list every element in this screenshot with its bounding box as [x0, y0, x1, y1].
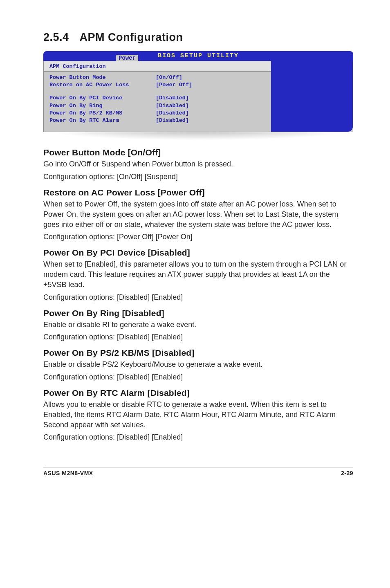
bios-body: APM Configuration Power Button Mode [On/… — [43, 61, 353, 132]
section-number: 2.5.4 — [43, 31, 69, 44]
bios-row-value: [Disabled] — [156, 117, 189, 124]
bios-row: Restore on AC Power Loss [Power Off] — [49, 81, 265, 89]
bios-row-label: Power On By RTC Alarm — [49, 117, 156, 124]
bios-shadow — [46, 132, 351, 140]
item-desc: Allows you to enable or disable RTC to g… — [43, 399, 353, 430]
bios-right-panel — [271, 61, 353, 132]
spacer — [49, 89, 265, 94]
bios-row-label: Power Button Mode — [49, 74, 156, 81]
item-options: Configuration options: [Disabled] [Enabl… — [43, 292, 353, 303]
item-options: Configuration options: [On/Off] [Suspend… — [43, 172, 353, 182]
item-desc: When set to [Enabled], this parameter al… — [43, 259, 353, 290]
bios-row-label: Power On By PS/2 KB/MS — [49, 110, 156, 117]
item-options: Configuration options: [Disabled] [Enabl… — [43, 372, 353, 382]
bios-row-value: [Disabled] — [156, 110, 189, 117]
item-options: Configuration options: [Disabled] [Enabl… — [43, 332, 353, 342]
item-desc: When set to Power Off, the system goes i… — [43, 199, 353, 229]
section-heading: 2.5.4 APM Configuration — [43, 31, 353, 44]
page: 2.5.4 APM Configuration BIOS SETUP UTILI… — [0, 0, 390, 489]
page-footer: ASUS M2N8-VMX 2-29 — [43, 467, 353, 476]
item-heading-ring: Power On By Ring [Disabled] — [43, 308, 353, 318]
bios-row-value: [Disabled] — [156, 102, 189, 110]
bios-tab-power: Power — [116, 55, 138, 61]
bios-title: BIOS SETUP UTILITY — [158, 52, 239, 59]
bios-row-label: Power On By Ring — [49, 102, 156, 110]
bios-row: Power Button Mode [On/Off] — [49, 74, 265, 81]
item-desc: Go into On/Off or Suspend when Power but… — [43, 159, 353, 169]
bios-row-label: Restore on AC Power Loss — [49, 81, 156, 89]
bios-row: Power On By PS/2 KB/MS [Disabled] — [49, 110, 265, 117]
item-heading-power-button-mode: Power Button Mode [On/Off] — [43, 148, 353, 157]
bios-row-value: [Power Off] — [156, 81, 192, 89]
bios-row-label: Power On By PCI Device — [49, 94, 156, 102]
bios-header: BIOS SETUP UTILITY Power — [43, 51, 353, 61]
bios-screenshot: BIOS SETUP UTILITY Power APM Configurati… — [43, 51, 353, 140]
footer-right: 2-29 — [341, 470, 353, 476]
bios-row-value: [On/Off] — [156, 74, 182, 81]
item-options: Configuration options: [Power Off] [Powe… — [43, 232, 353, 242]
bios-rows: Power Button Mode [On/Off] Restore on AC… — [44, 72, 271, 132]
footer-left: ASUS M2N8-VMX — [43, 470, 93, 476]
item-desc: Enable or disable RI to generate a wake … — [43, 320, 353, 330]
item-heading-restore-ac: Restore on AC Power Loss [Power Off] — [43, 188, 353, 197]
bios-row: Power On By Ring [Disabled] — [49, 102, 265, 110]
bios-section-title: APM Configuration — [44, 61, 271, 72]
bios-row: Power On By PCI Device [Disabled] — [49, 94, 265, 102]
item-heading-pci: Power On By PCI Device [Disabled] — [43, 248, 353, 258]
bios-row-value: [Disabled] — [156, 94, 189, 102]
item-options: Configuration options: [Disabled] [Enabl… — [43, 432, 353, 442]
bios-left-panel: APM Configuration Power Button Mode [On/… — [44, 61, 271, 132]
item-heading-rtc: Power On By RTC Alarm [Disabled] — [43, 388, 353, 398]
bios-row: Power On By RTC Alarm [Disabled] — [49, 117, 265, 124]
section-title: APM Configuration — [80, 31, 183, 44]
item-desc: Enable or disable PS/2 Keyboard/Mouse to… — [43, 359, 353, 370]
item-heading-ps2: Power On By PS/2 KB/MS [Disabled] — [43, 348, 353, 358]
